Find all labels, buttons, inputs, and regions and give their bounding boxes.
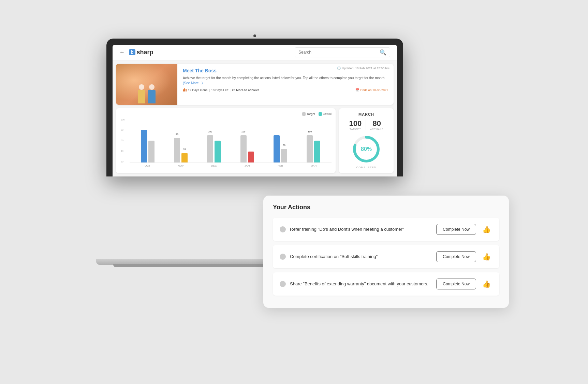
bar-jan-actual-label: 40 [250, 147, 252, 149]
x-labels: OCT NOV DEC JAN FEB MAR [130, 164, 332, 167]
bar-2 [184, 88, 185, 91]
bar-nov-target-label: 90 [176, 133, 178, 136]
bar-chart: 120 90 35 [130, 118, 332, 163]
legend-target-dot [302, 112, 306, 116]
donut-numbers: 100 TARGET 80 ACTUALS [349, 119, 383, 130]
clock-icon: 🕐 [337, 67, 341, 70]
bar-group-jan: 100 40 [240, 135, 254, 162]
actions-title: Your Actions [273, 204, 499, 211]
laptop-screen: ← b sharp 🔍 [113, 45, 397, 176]
legend-actual-dot [319, 112, 322, 116]
bar-3 [186, 89, 187, 91]
complete-now-button-2[interactable]: Complete Now [436, 251, 476, 262]
see-more-link[interactable]: (See More...) [183, 81, 203, 85]
bar-jan-target-label: 100 [241, 130, 246, 133]
laptop: ← b sharp 🔍 [106, 39, 403, 176]
donut-chart: 80% [351, 134, 382, 165]
logo: b sharp [129, 49, 153, 56]
action-item-3: Share "Benefits of extending warranty" d… [273, 272, 499, 296]
bar-mar-actual: 80 [314, 141, 320, 162]
ends-text: Ends on 10-03-2021 [360, 88, 388, 92]
separator-1: | [209, 88, 210, 92]
hero-updated: 🕐 Updated: 10 Feb 2021 at 15:00 hrs [337, 67, 389, 70]
y-axis: 100 80 60 40 20 [120, 118, 125, 163]
bar-group-nov: 90 35 [174, 138, 188, 162]
thumb-up-icon-2: 👍 [480, 251, 493, 263]
calendar-icon: 📅 [355, 88, 359, 92]
back-button[interactable]: ← [119, 49, 125, 55]
donut-target: 100 TARGET [349, 119, 362, 130]
hero-description: Achieve the target for the month by comp… [183, 75, 388, 86]
legend-actual-label: Actual [323, 112, 332, 116]
search-input[interactable] [298, 50, 380, 55]
bar-jan-actual: 40 [248, 152, 254, 162]
complete-now-button-3[interactable]: Complete Now [436, 279, 476, 289]
y-label-20: 20 [121, 160, 125, 163]
donut-percent: 80% [361, 146, 372, 152]
complete-now-button-1[interactable]: Complete Now [436, 224, 476, 235]
logo-text: sharp [137, 49, 153, 56]
bar-1 [183, 89, 184, 91]
bar-group-oct: 120 [141, 130, 155, 162]
action-text-1: Refer training "Do's and Dont's when mee… [290, 227, 432, 232]
search-icon: 🔍 [380, 49, 386, 56]
days-left: 18 Days Left [211, 88, 229, 92]
bar-feb-actual-label: 100 [275, 130, 279, 133]
thumb-up-icon-3: 👍 [480, 278, 493, 290]
person-head [149, 84, 155, 90]
chart-legend: Target Actual [120, 112, 332, 116]
x-label-feb: FEB [272, 164, 289, 167]
hero-image-inner [116, 64, 177, 105]
bar-nov-actual: 35 [181, 153, 188, 162]
bar-group-dec: 100 80 [207, 135, 221, 162]
person-1 [148, 84, 156, 103]
y-label-60: 60 [121, 139, 125, 142]
person-2 [138, 84, 145, 103]
action-text-2: Complete certification on "Soft skills t… [290, 254, 432, 259]
x-label-jan: JAN [239, 164, 256, 167]
bar-group-mar: 100 80 [307, 135, 320, 162]
action-text-3: Share "Benefits of extending warranty" d… [290, 281, 432, 286]
bar-dec-actual: 80 [215, 141, 221, 162]
bar-oct-actual: 120 [141, 130, 147, 162]
bar-dec-target: 100 [207, 135, 213, 162]
action-item-2: Complete certification on "Soft skills t… [273, 245, 499, 268]
bar-group-feb: 100 50 [274, 135, 287, 162]
donut-actual: 80 ACTUALS [370, 119, 383, 130]
legend-target-label: Target [307, 112, 315, 116]
bar-feb-actual: 100 [274, 135, 280, 162]
app-header: ← b sharp 🔍 [113, 45, 397, 60]
bar-jan-target: 100 [240, 135, 247, 162]
x-label-nov: NOV [172, 164, 189, 167]
hero-ends: 📅 Ends on 10-03-2021 [355, 88, 388, 92]
action-circle-2 [280, 254, 286, 260]
hero-section: 🕐 Updated: 10 Feb 2021 at 15:00 hrs Meet… [116, 64, 394, 105]
people-silhouette [138, 84, 156, 103]
stats-icon [183, 88, 187, 91]
bar-dec-actual-label: 80 [216, 136, 219, 138]
bar-mar-target: 100 [307, 135, 313, 162]
action-item-1: Refer training "Do's and Dont's when mee… [273, 218, 499, 241]
donut-target-label: TARGET [349, 128, 362, 130]
bar-mar-actual-label: 80 [316, 136, 319, 138]
logo-b: b [129, 49, 135, 55]
bar-feb-target-label: 50 [283, 144, 285, 146]
x-label-dec: DEC [205, 164, 222, 167]
days-gone: 12 Days Gone [188, 88, 208, 92]
separator-2: | [230, 88, 230, 92]
bar-nov-target: 90 [174, 138, 180, 162]
hero-desc-text: Achieve the target for the month by comp… [183, 76, 385, 80]
donut-completed-label: COMPLETED [356, 166, 377, 169]
search-bar[interactable]: 🔍 [295, 47, 390, 57]
laptop-camera [253, 34, 256, 37]
floating-actions-card: Your Actions Refer training "Do's and Do… [263, 196, 509, 308]
donut-divider [366, 119, 366, 130]
bar-nov-actual-label: 35 [183, 148, 186, 151]
y-label-100: 100 [121, 118, 125, 121]
bar-feb-target: 50 [281, 149, 287, 162]
legend-target: Target [302, 112, 315, 116]
action-circle-1 [280, 226, 286, 232]
donut-actual-label: ACTUALS [370, 128, 383, 130]
donut-card: MARCH 100 TARGET 80 ACTUALS [339, 108, 394, 173]
donut-actual-num: 80 [370, 119, 383, 128]
